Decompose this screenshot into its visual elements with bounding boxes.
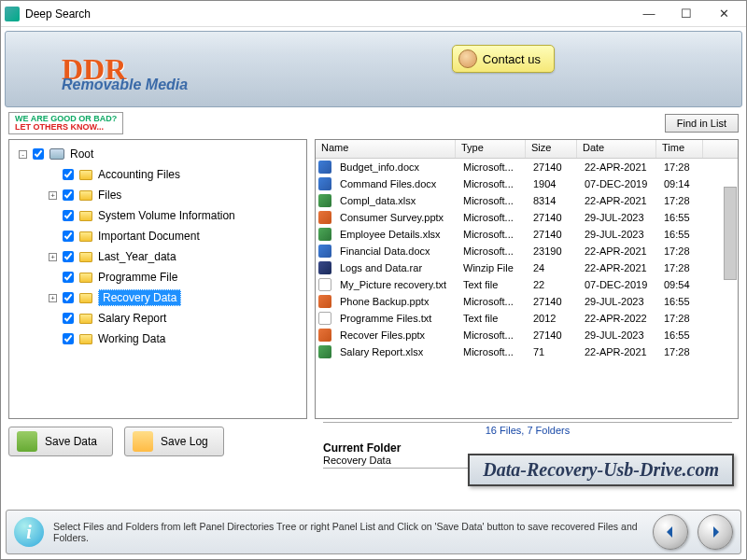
avatar-icon [458, 49, 477, 68]
file-row[interactable]: Budget_info.docxMicrosoft...2714022-APR-… [316, 159, 738, 175]
file-row[interactable]: Command Files.docxMicrosoft...190407-DEC… [316, 175, 738, 192]
scrollbar[interactable] [724, 187, 737, 280]
contact-label: Contact us [483, 52, 541, 66]
file-size: 23190 [528, 245, 579, 257]
folder-icon [79, 252, 92, 262]
toolbar: WE ARE GOOD OR BAD? LET OTHERS KNOW... F… [8, 111, 739, 135]
back-button[interactable] [653, 514, 688, 550]
file-row[interactable]: Programme Files.txtText file201222-APR-2… [316, 310, 738, 327]
forward-button[interactable] [698, 514, 733, 550]
file-time: 16:55 [658, 229, 705, 240]
file-name: Salary Report.xlsx [334, 346, 458, 357]
tree-checkbox[interactable] [63, 251, 74, 262]
save-data-button[interactable]: Save Data [8, 427, 113, 456]
promo-banner[interactable]: WE ARE GOOD OR BAD? LET OTHERS KNOW... [8, 112, 123, 134]
tree-checkbox[interactable] [63, 272, 74, 283]
tree-item[interactable]: +Last_Year_data [11, 246, 304, 267]
file-date: 22-APR-2022 [579, 313, 658, 324]
tree-item-label: Salary Report [98, 312, 166, 325]
file-time: 17:28 [658, 346, 705, 357]
tree-item[interactable]: Accounting Files [11, 164, 304, 185]
tree-checkbox[interactable] [63, 169, 74, 180]
file-type: Microsoft... [458, 296, 528, 307]
folder-icon [79, 314, 92, 324]
file-name: Logs and Data.rar [334, 262, 458, 273]
file-icon [318, 278, 331, 291]
close-button[interactable]: ✕ [705, 1, 742, 27]
file-type: Microsoft... [458, 346, 528, 357]
tree-item[interactable]: Working Data [11, 329, 304, 349]
file-row[interactable]: Compl_data.xlsxMicrosoft...831422-APR-20… [316, 192, 738, 209]
file-date: 29-JUL-2023 [579, 329, 658, 341]
file-list[interactable]: Budget_info.docxMicrosoft...2714022-APR-… [316, 159, 738, 418]
file-size: 8314 [528, 195, 579, 206]
find-in-list-button[interactable]: Find in List [665, 114, 739, 133]
tree-item[interactable]: Salary Report [11, 308, 304, 329]
file-time: 16:55 [658, 296, 705, 307]
tree-item-label: Accounting Files [98, 168, 180, 181]
info-icon: i [14, 517, 44, 547]
tree-checkbox[interactable] [63, 313, 74, 324]
file-row[interactable]: Financial Data.docxMicrosoft...2319022-A… [316, 243, 738, 259]
file-time: 16:55 [658, 329, 705, 341]
log-icon [133, 431, 153, 452]
folder-icon [79, 211, 92, 221]
file-icon [318, 329, 331, 342]
tree-item[interactable]: System Volume Information [11, 205, 304, 226]
file-time: 09:54 [658, 279, 705, 290]
maximize-button[interactable]: ☐ [668, 1, 705, 27]
root-checkbox[interactable] [33, 148, 44, 160]
tree-item[interactable]: +Files [11, 185, 304, 205]
file-size: 2012 [528, 313, 579, 324]
file-date: 22-APR-2021 [579, 245, 658, 257]
tree-checkbox[interactable] [63, 292, 74, 303]
contact-us-button[interactable]: Contact us [452, 45, 555, 73]
file-row[interactable]: Salary Report.xlsxMicrosoft...7122-APR-2… [316, 343, 738, 360]
file-size: 27140 [528, 329, 579, 341]
current-folder-label: Current Folder [323, 441, 732, 455]
file-type: Microsoft... [458, 212, 528, 223]
file-date: 07-DEC-2019 [579, 279, 658, 290]
minimize-button[interactable]: — [630, 1, 668, 27]
tree-checkbox[interactable] [63, 189, 74, 201]
file-type: Microsoft... [458, 329, 528, 341]
file-time: 16:55 [658, 212, 705, 223]
folder-tree[interactable]: -RootAccounting Files+FilesSystem Volume… [9, 140, 306, 418]
col-size[interactable]: Size [526, 140, 577, 158]
tree-checkbox[interactable] [63, 231, 74, 242]
file-time: 17:28 [658, 245, 705, 257]
tree-checkbox[interactable] [63, 333, 74, 344]
file-row[interactable]: My_Picture recovery.txtText file2207-DEC… [316, 276, 738, 293]
folder-icon [79, 170, 92, 180]
footer-text: Select Files and Folders from left Panel… [53, 521, 643, 543]
save-log-button[interactable]: Save Log [124, 427, 224, 456]
file-row[interactable]: Recover Files.pptxMicrosoft...2714029-JU… [316, 327, 738, 343]
file-size: 71 [528, 346, 579, 357]
col-type[interactable]: Type [456, 140, 526, 158]
file-row[interactable]: Consumer Survey.pptxMicrosoft...2714029-… [316, 209, 738, 226]
tree-item[interactable]: Important Document [11, 226, 304, 246]
tree-item[interactable]: +Recovery Data [11, 287, 304, 308]
promo-line2: LET OTHERS KNOW... [15, 123, 117, 132]
file-icon [318, 194, 331, 207]
col-date[interactable]: Date [577, 140, 656, 158]
file-icon [318, 345, 331, 358]
col-time[interactable]: Time [656, 140, 703, 158]
file-name: Budget_info.docx [334, 161, 458, 173]
tree-checkbox[interactable] [63, 210, 74, 221]
list-header: Name Type Size Date Time [316, 140, 738, 159]
col-name[interactable]: Name [316, 140, 456, 158]
tree-item[interactable]: Programme File [11, 267, 304, 287]
file-icon [318, 161, 331, 174]
tree-item-label: System Volume Information [98, 209, 235, 222]
tree-root[interactable]: -Root [11, 144, 304, 164]
file-row[interactable]: Logs and Data.rarWinzip File2422-APR-202… [316, 259, 738, 276]
file-size: 27140 [528, 161, 579, 173]
file-icon [318, 295, 331, 308]
tree-pane: -RootAccounting Files+FilesSystem Volume… [8, 139, 307, 419]
file-row[interactable]: Employee Details.xlsxMicrosoft...2714029… [316, 226, 738, 243]
file-type: Winzip File [458, 262, 528, 273]
save-icon [17, 431, 37, 452]
file-row[interactable]: Phone Backup.pptxMicrosoft...2714029-JUL… [316, 293, 738, 310]
file-count: 16 Files, 7 Folders [323, 422, 732, 438]
